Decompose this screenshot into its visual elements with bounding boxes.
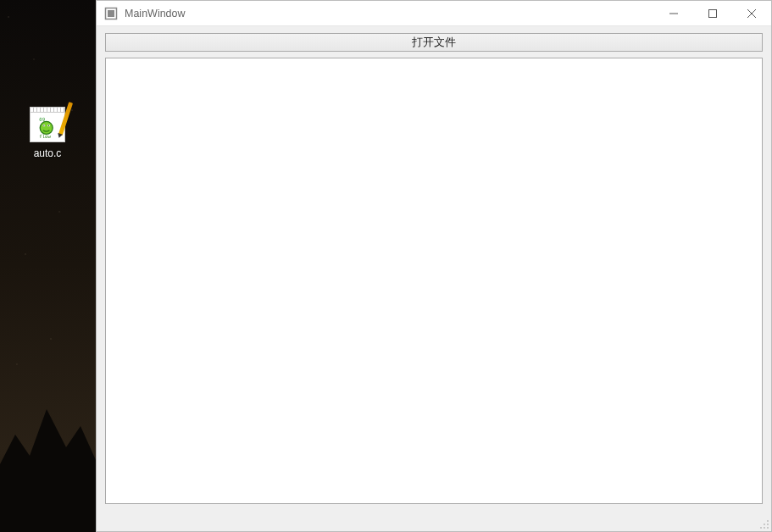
- desktop-file-label: auto.c: [34, 147, 62, 159]
- client-area: 打开文件: [97, 26, 771, 531]
- close-icon: [747, 9, 756, 18]
- app-icon: [104, 7, 118, 20]
- svg-point-5: [48, 125, 49, 126]
- svg-point-12: [767, 524, 769, 525]
- svg-point-10: [767, 520, 769, 522]
- desktop-file-auto-c[interactable]: 09 flow auto.c: [22, 107, 73, 159]
- window-title: MainWindow: [125, 8, 186, 19]
- svg-rect-8: [108, 10, 114, 17]
- open-file-button[interactable]: 打开文件: [105, 33, 763, 52]
- resize-grip-icon[interactable]: [758, 518, 769, 529]
- content-viewer[interactable]: [105, 58, 763, 504]
- c-source-file-icon: 09 flow: [30, 107, 65, 142]
- svg-text:flow: flow: [39, 134, 51, 139]
- main-window: MainWindow 打开文件: [96, 0, 772, 532]
- svg-point-1: [40, 121, 53, 134]
- close-button[interactable]: [732, 1, 771, 25]
- svg-point-11: [764, 524, 765, 525]
- svg-point-14: [764, 527, 765, 529]
- desktop-wallpaper: 09 flow auto.c: [0, 0, 96, 532]
- wallpaper-silhouette: [0, 380, 96, 532]
- minimize-icon: [669, 9, 678, 18]
- titlebar[interactable]: MainWindow: [97, 1, 771, 26]
- maximize-icon: [708, 9, 717, 18]
- maximize-button[interactable]: [693, 1, 732, 25]
- svg-point-15: [767, 527, 769, 529]
- svg-rect-9: [709, 9, 717, 17]
- minimize-button[interactable]: [654, 1, 693, 25]
- svg-point-4: [43, 125, 44, 126]
- svg-point-13: [760, 527, 762, 529]
